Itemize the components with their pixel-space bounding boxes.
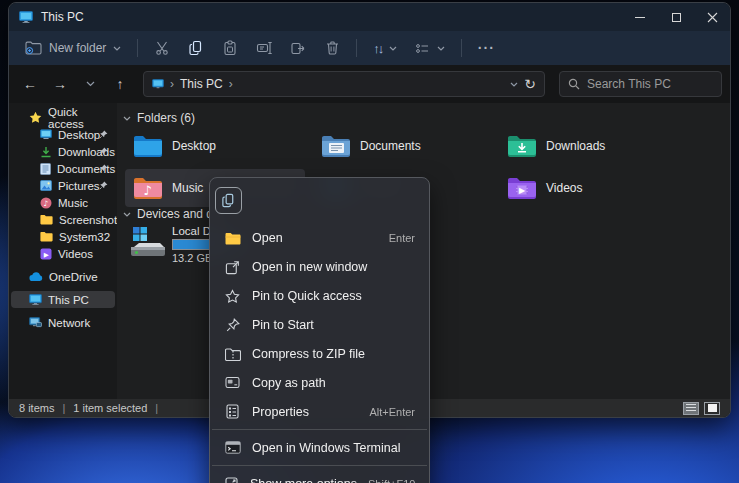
rename-icon — [256, 40, 273, 56]
location-monitor-icon — [152, 79, 164, 89]
details-view-icon — [686, 404, 696, 412]
chevron-down-icon — [86, 81, 95, 87]
sidebar-item-desktop[interactable]: Desktop — [11, 126, 115, 143]
sidebar-item-label: Desktop — [58, 129, 100, 141]
sidebar-item-quick-access[interactable]: Quick access — [11, 109, 115, 126]
breadcrumb-this-pc[interactable]: This PC — [180, 77, 223, 91]
close-button[interactable] — [694, 3, 730, 31]
downloads-folder-icon — [506, 134, 538, 158]
search-icon — [568, 78, 580, 90]
share-button[interactable] — [282, 35, 314, 61]
pin-icon — [99, 164, 108, 173]
menu-item-open-in-new-window[interactable]: Open in new window — [210, 253, 429, 282]
sidebar-item-system32[interactable]: System32 — [11, 228, 115, 245]
copy-quick-action-button[interactable] — [215, 187, 242, 214]
copy-icon — [188, 40, 204, 56]
this-pc-monitor-icon — [19, 11, 33, 23]
forward-button[interactable]: → — [47, 71, 73, 97]
folder-tile-downloads[interactable]: Downloads — [499, 127, 679, 165]
large-icons-view-icon — [708, 404, 717, 412]
sidebar-item-documents[interactable]: Documents — [11, 160, 115, 177]
menu-item-open-in-windows-terminal[interactable]: Open in Windows Terminal — [210, 433, 429, 462]
search-box[interactable] — [559, 71, 722, 97]
address-bar[interactable]: › This PC › ↻ — [143, 71, 545, 97]
menu-item-pin-to-start[interactable]: Pin to Start — [210, 311, 429, 340]
sidebar-item-screenshots[interactable]: Screenshots — [11, 211, 115, 228]
paste-button[interactable] — [214, 35, 246, 61]
show-more-options-icon — [224, 476, 239, 483]
sidebar-item-label: OneDrive — [49, 271, 98, 283]
collapse-chevron-icon — [123, 116, 131, 121]
folder-icon — [224, 232, 241, 245]
tile-label: Videos — [546, 181, 582, 195]
details-view-button[interactable] — [683, 402, 699, 415]
document-icon — [40, 163, 51, 175]
menu-shortcut: Enter — [389, 232, 415, 244]
menu-item-compress-to-zip[interactable]: Compress to ZIP file — [210, 340, 429, 369]
sort-button[interactable]: ↑↓ — [365, 38, 405, 59]
zip-folder-icon — [224, 348, 241, 361]
share-icon — [290, 40, 306, 56]
svg-text:♪: ♪ — [44, 198, 49, 207]
this-pc-monitor-icon — [29, 294, 42, 305]
pin-icon — [99, 147, 108, 156]
copy-button[interactable] — [180, 35, 212, 61]
menu-item-properties[interactable]: Properties Alt+Enter — [210, 397, 429, 426]
new-folder-icon — [25, 41, 42, 55]
toolbar-separator — [356, 39, 357, 57]
folders-section-header[interactable]: Folders (6) — [123, 111, 195, 125]
sidebar-item-downloads[interactable]: Downloads — [11, 143, 115, 160]
minimize-button[interactable] — [622, 3, 658, 31]
close-icon — [707, 12, 718, 23]
folder-tile-desktop[interactable]: Desktop — [125, 127, 305, 165]
sidebar-item-network[interactable]: Network — [11, 314, 115, 331]
new-folder-button[interactable]: New folder — [17, 37, 129, 59]
menu-item-pin-to-quick-access[interactable]: Pin to Quick access — [210, 282, 429, 311]
refresh-button[interactable]: ↻ — [524, 76, 536, 92]
back-button[interactable]: ← — [17, 71, 43, 97]
collapse-chevron-icon — [123, 212, 131, 217]
svg-text:▶: ▶ — [44, 250, 49, 258]
sidebar-item-pictures[interactable]: Pictures — [11, 177, 115, 194]
search-input[interactable] — [587, 77, 713, 91]
star-outline-icon — [224, 289, 241, 304]
desktop-wallpaper: This PC New folder — [0, 0, 739, 483]
menu-item-copy-as-path[interactable]: Copy as path — [210, 368, 429, 397]
delete-button[interactable] — [316, 35, 348, 61]
view-button[interactable] — [407, 38, 453, 59]
address-dropdown-chevron-icon[interactable] — [510, 82, 518, 87]
sidebar-item-music[interactable]: ♪ Music — [11, 194, 115, 211]
menu-item-show-more-options[interactable]: Show more options Shift+F10 — [210, 469, 429, 483]
devices-section-header[interactable]: Devices and dri — [123, 207, 220, 221]
folder-tile-documents[interactable]: Documents — [313, 127, 493, 165]
open-in-new-window-icon — [224, 260, 241, 275]
rename-button[interactable] — [248, 35, 280, 61]
video-icon: ▶ — [40, 248, 52, 260]
folder-tile-videos[interactable]: ▶ Videos — [499, 169, 679, 207]
breadcrumb-separator: › — [170, 77, 174, 91]
recent-locations-button[interactable] — [77, 71, 103, 97]
folder-icon — [40, 214, 53, 225]
toolbar-separator — [461, 39, 462, 57]
sidebar-item-this-pc[interactable]: This PC — [11, 291, 115, 308]
star-icon — [29, 111, 42, 124]
toolbar-separator — [137, 39, 138, 57]
maximize-button[interactable] — [658, 3, 694, 31]
pin-icon — [99, 181, 108, 190]
menu-shortcut: Shift+F10 — [368, 478, 415, 483]
see-more-button[interactable]: ··· — [470, 35, 502, 61]
sidebar-item-label: Network — [48, 317, 90, 329]
menu-item-open[interactable]: Open Enter — [210, 224, 429, 253]
tile-label: Documents — [360, 139, 421, 153]
documents-folder-icon — [320, 134, 352, 158]
cut-button[interactable] — [146, 35, 178, 61]
sidebar-item-onedrive[interactable]: OneDrive — [11, 268, 115, 285]
titlebar[interactable]: This PC — [9, 3, 730, 31]
tile-label: Downloads — [546, 139, 605, 153]
up-button[interactable]: ↑ — [107, 71, 133, 97]
large-icons-view-button[interactable] — [704, 402, 720, 415]
hard-drive-icon — [127, 225, 167, 264]
picture-icon — [40, 180, 52, 191]
sidebar-item-videos[interactable]: ▶ Videos — [11, 245, 115, 262]
sidebar-item-label: This PC — [48, 294, 89, 306]
